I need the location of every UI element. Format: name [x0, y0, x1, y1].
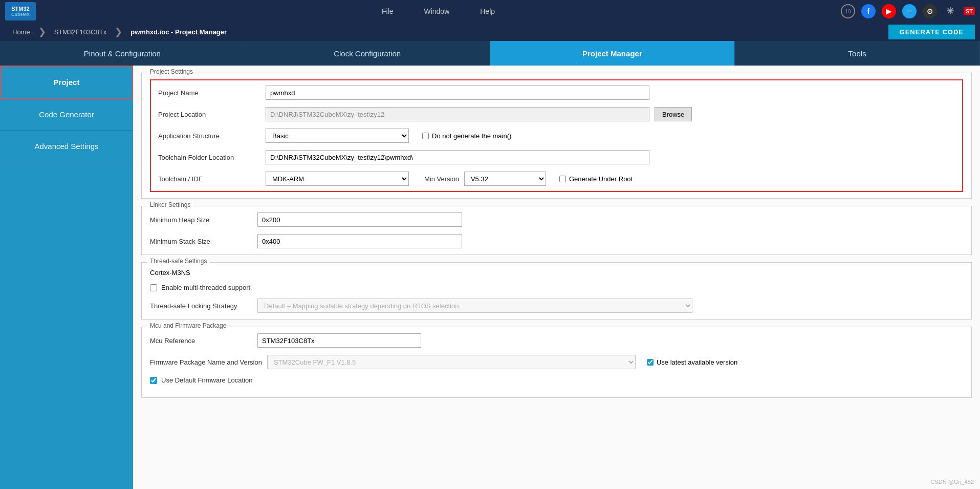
project-name-input[interactable]: [266, 86, 649, 100]
project-name-label: Project Name: [158, 89, 260, 97]
watermark: CSDN @Gn_452: [930, 479, 974, 485]
use-latest-row: Use latest available version: [647, 358, 737, 366]
logo-line2: CubeMX: [11, 12, 30, 17]
app-structure-row: Application Structure Basic Do not gener…: [158, 129, 955, 143]
min-heap-row: Minimum Heap Size: [150, 212, 963, 227]
min-stack-input[interactable]: [257, 234, 462, 248]
toolchain-folder-label: Toolchain Folder Location: [158, 154, 260, 161]
locking-strategy-row: Thread-safe Locking Strategy Default – M…: [150, 299, 963, 313]
mcu-ref-input[interactable]: [257, 333, 421, 348]
do-not-generate-main-checkbox[interactable]: [422, 133, 429, 139]
locking-strategy-label: Thread-safe Locking Strategy: [150, 302, 252, 310]
twitter-icon[interactable]: 🐦: [902, 4, 917, 18]
firmware-pkg-label: Firmware Package Name and Version: [150, 358, 262, 366]
content-area: Project Settings Project Name Project Lo…: [133, 66, 980, 489]
toolchain-folder-row: Toolchain Folder Location: [158, 150, 955, 164]
share-icon[interactable]: ✳: [943, 4, 957, 18]
enable-multithread-row: Enable multi-threaded support: [150, 284, 963, 291]
mcu-firmware-title: Mcu and Firmware Package: [147, 322, 229, 329]
app-structure-select[interactable]: Basic: [266, 129, 409, 143]
breadcrumb-arrow-2: ❯: [115, 26, 122, 37]
min-heap-input[interactable]: [257, 212, 462, 227]
youtube-icon[interactable]: ▶: [882, 4, 896, 18]
linker-settings-section: Linker Settings Minimum Heap Size Minimu…: [141, 206, 972, 255]
tab-tools[interactable]: Tools: [735, 41, 980, 66]
toolchain-ide-row: Toolchain / IDE MDK-ARM Min Version V5.3…: [158, 172, 955, 186]
generate-under-root-checkbox[interactable]: [559, 176, 566, 182]
menu-file[interactable]: File: [382, 7, 394, 15]
mcu-ref-row: Mcu Reference: [150, 333, 963, 348]
thread-safe-section: Thread-safe Settings Cortex-M3NS Enable …: [141, 262, 972, 320]
mcu-ref-label: Mcu Reference: [150, 337, 252, 345]
project-location-row: Project Location Browse: [158, 107, 955, 121]
main-layout: Project Code Generator Advanced Settings…: [0, 66, 980, 489]
generate-code-button[interactable]: GENERATE CODE: [888, 25, 975, 39]
logo-line1: STM32: [11, 6, 29, 12]
cortex-label: Cortex-M3NS: [150, 269, 190, 277]
sidebar-item-advanced-settings[interactable]: Advanced Settings: [0, 131, 133, 162]
firmware-pkg-select[interactable]: STM32Cube FW_F1 V1.8.5: [267, 355, 636, 369]
top-bar-right: 10 f ▶ 🐦 ⊙ ✳ ST: [841, 4, 975, 18]
badge-icon: 10: [841, 4, 855, 18]
min-stack-label: Minimum Stack Size: [150, 238, 252, 245]
breadcrumb-project[interactable]: pwmhxd.ioc - Project Manager: [123, 23, 234, 41]
breadcrumb-bar: Home ❯ STM32F103C8Tx ❯ pwmhxd.ioc - Proj…: [0, 23, 980, 41]
min-heap-label: Minimum Heap Size: [150, 216, 252, 224]
do-not-generate-main-label: Do not generate the main(): [432, 132, 511, 140]
generate-under-root-label: Generate Under Root: [569, 175, 633, 183]
tab-pinout[interactable]: Pinout & Configuration: [0, 41, 245, 66]
project-settings-section: Project Settings Project Name Project Lo…: [141, 73, 972, 199]
stm32-logo: STM32 CubeMX: [5, 2, 36, 20]
do-not-generate-main-row: Do not generate the main(): [422, 132, 511, 140]
use-default-location-checkbox[interactable]: [150, 377, 157, 384]
min-version-label: Min Version: [424, 175, 459, 183]
tab-project-manager[interactable]: Project Manager: [490, 41, 735, 66]
toolchain-ide-select[interactable]: MDK-ARM: [266, 172, 409, 186]
toolchain-folder-input[interactable]: [266, 150, 649, 164]
firmware-pkg-row: Firmware Package Name and Version STM32C…: [150, 355, 963, 369]
sidebar: Project Code Generator Advanced Settings: [0, 66, 133, 489]
project-name-row: Project Name: [158, 86, 955, 100]
mcu-firmware-section: Mcu and Firmware Package Mcu Reference F…: [141, 327, 972, 398]
use-latest-checkbox[interactable]: [647, 359, 654, 366]
enable-multithread-checkbox[interactable]: [150, 284, 157, 291]
tab-bar: Pinout & Configuration Clock Configurati…: [0, 41, 980, 66]
min-stack-row: Minimum Stack Size: [150, 234, 963, 248]
project-settings-title: Project Settings: [147, 68, 196, 75]
app-structure-label: Application Structure: [158, 132, 260, 140]
sidebar-item-code-generator[interactable]: Code Generator: [0, 99, 133, 131]
breadcrumb-chip[interactable]: STM32F103C8Tx: [47, 23, 114, 41]
thread-safe-title: Thread-safe Settings: [147, 258, 210, 265]
enable-multithread-label: Enable multi-threaded support: [161, 284, 250, 291]
top-menu: File Window Help: [36, 7, 841, 15]
menu-help[interactable]: Help: [480, 7, 495, 15]
project-location-label: Project Location: [158, 111, 260, 118]
st-logo: ST: [964, 7, 975, 15]
toolchain-ide-label: Toolchain / IDE: [158, 175, 260, 183]
min-version-select[interactable]: V5.32: [464, 172, 546, 186]
use-latest-label: Use latest available version: [657, 358, 737, 366]
browse-button[interactable]: Browse: [655, 107, 692, 121]
generate-under-root-row: Generate Under Root: [559, 175, 633, 183]
use-default-location-label: Use Default Firmware Location: [161, 376, 252, 384]
breadcrumb-arrow-1: ❯: [38, 26, 46, 37]
tab-clock[interactable]: Clock Configuration: [245, 41, 490, 66]
cortex-label-row: Cortex-M3NS: [150, 269, 963, 277]
breadcrumb-home[interactable]: Home: [5, 23, 37, 41]
menu-window[interactable]: Window: [424, 7, 449, 15]
linker-settings-title: Linker Settings: [147, 201, 193, 208]
locking-strategy-select[interactable]: Default – Mapping suitable strategy depe…: [257, 299, 692, 313]
use-default-location-row: Use Default Firmware Location: [150, 376, 963, 384]
project-location-input[interactable]: [266, 107, 649, 121]
highlighted-fields: Project Name Project Location Browse App…: [150, 79, 963, 192]
top-bar: STM32 CubeMX File Window Help 10 f ▶ 🐦 ⊙…: [0, 0, 980, 23]
facebook-icon[interactable]: f: [861, 4, 876, 18]
github-icon[interactable]: ⊙: [923, 4, 937, 18]
sidebar-item-project[interactable]: Project: [0, 66, 133, 99]
